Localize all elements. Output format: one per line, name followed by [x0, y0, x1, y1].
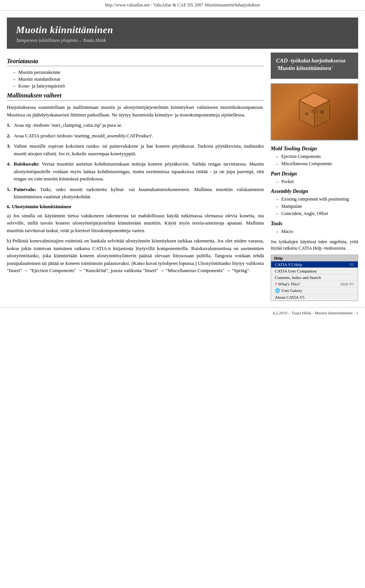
- tools-list: Macro: [271, 228, 358, 235]
- footer-text: 4.2.2010 – Tuula Höök - Muotin kiinnittä…: [273, 311, 358, 315]
- help-menu: Help CATIA V5 Help F1 CATIA User Compani…: [271, 255, 358, 301]
- step-num: 5.: [7, 186, 14, 201]
- teoria-list: Muotin perusrakenne Muotin standardiosat…: [7, 69, 264, 89]
- step-5: 5. Painevalu: Tutki, onko muotti tarkoit…: [7, 186, 264, 201]
- list-item: Ejection Components: [276, 153, 358, 160]
- list-item: Existing component with positioning: [276, 196, 358, 202]
- step-num: 2.: [7, 132, 14, 140]
- cad-box-title: CAD -työkalut harjoituksessa 'Muotin kii…: [276, 57, 353, 72]
- help-item-shortcut: Shift+F1: [340, 282, 354, 286]
- help-menu-item-user-galaxy[interactable]: 🌐User Galaxy: [271, 287, 358, 294]
- part-design-list: Pocket: [271, 178, 358, 185]
- svg-point-7: [320, 110, 324, 114]
- tools-heading: Tools: [271, 221, 358, 227]
- list-item: Miscellaneous Components: [276, 161, 358, 167]
- step-content: Painevalu: Tutki, onko muotti tarkoitett…: [14, 186, 264, 201]
- list-item: Macro: [276, 228, 358, 235]
- step-num: 4.: [7, 160, 14, 183]
- step-1: 1. Avaa zip -tiedosto 'start_clamping_ca…: [7, 121, 264, 129]
- help-menu-item-catia-v5[interactable]: CATIA V5 Help F1: [271, 261, 358, 268]
- whats-this-icon: ?: [275, 282, 277, 286]
- subtitle: Tampereen teknillinen yliopisto – Tuula …: [16, 37, 349, 43]
- step-bold: Ruiskuvalu:: [14, 161, 40, 167]
- page-title: Muotin kiinnittäminen: [16, 24, 349, 36]
- step-content: Avaa CATIA product tiedosto 'starting_mo…: [14, 132, 153, 140]
- list-item: Pocket: [276, 178, 358, 185]
- mallinnus-heading: Mallinnuksen vaiheet: [7, 92, 264, 100]
- help-item-shortcut: F1: [350, 263, 354, 267]
- step-num: 3.: [7, 142, 14, 157]
- help-item-label: ?What's This?: [275, 282, 300, 286]
- main-content: Teoriatausta Muotin perusrakenne Muotin …: [0, 53, 365, 301]
- step-bold: Painevalu:: [14, 186, 36, 192]
- step-4: 4. Ruiskuvalu: Vertaa muottiin asetetun …: [7, 160, 264, 183]
- svg-rect-9: [311, 110, 317, 113]
- help-item-label: About CATIA V5: [275, 295, 305, 300]
- step-2: 2. Avaa CATIA product tiedosto 'starting…: [7, 132, 264, 140]
- assembly-design-list: Existing component with positioning Mani…: [271, 196, 358, 217]
- model-image: [271, 83, 358, 140]
- section6b-para: b) Pelkistä konevalmistajien esitteistä …: [7, 237, 264, 274]
- part-design-heading: Part Design: [271, 171, 358, 177]
- list-item: Muotin standardiosat: [13, 76, 264, 82]
- cad-box: CAD -työkalut harjoituksessa 'Muotin kii…: [271, 53, 358, 79]
- list-item: Muotin perusrakenne: [13, 69, 264, 75]
- left-column: Teoriatausta Muotin perusrakenne Muotin …: [7, 53, 264, 301]
- help-menu-item-user-companion[interactable]: CATIA User Companion: [271, 268, 358, 274]
- list-item: Manipulate: [276, 203, 358, 210]
- step-content: Ruiskuvalu: Vertaa muottiin asetetun koh…: [14, 160, 264, 183]
- step-text: Tutki, onko muotti tarkoitettu kylmä- va…: [14, 186, 264, 200]
- top-bar: http://www.valuatlas.net - ValuAtlas & C…: [0, 0, 365, 11]
- step-text: Vertaa muottiin asetetun kohdistusrenkaa…: [14, 161, 264, 182]
- svg-point-8: [305, 112, 308, 115]
- help-item-label: 🌐User Galaxy: [275, 288, 302, 293]
- list-item: Kone- ja laiteympäristö: [13, 83, 264, 89]
- help-menu-title: Help: [271, 255, 358, 261]
- help-item-label: Contents, Index and Search: [275, 275, 321, 280]
- section6-heading: 6. Ulostyönnön kiinnittäminen: [7, 204, 264, 210]
- mallinnus-intro: Harjoituksessa suunnitellaan ja mallinne…: [7, 104, 264, 118]
- mold-tooling-list: Ejection Components Miscellaneous Compon…: [271, 153, 358, 167]
- step-content: Avaa zip -tiedosto 'start_clamping_catia…: [14, 121, 122, 129]
- help-menu-item-contents[interactable]: Contents, Index and Search: [271, 274, 358, 281]
- model-3d-svg: [292, 89, 337, 135]
- page-footer: 4.2.2010 – Tuula Höök - Muotin kiinnittä…: [0, 307, 365, 318]
- step-num: 1.: [7, 121, 14, 129]
- help-item-label: CATIA V5 Help: [275, 262, 302, 267]
- help-item-label: CATIA User Companion: [275, 269, 316, 273]
- mold-tooling-heading: Mold Tooling Design: [271, 146, 358, 152]
- section6a-para: a) Jos sinulla on käytännön tietoa valuk…: [7, 212, 264, 234]
- header-url: http://www.valuatlas.net - ValuAtlas & C…: [105, 2, 260, 8]
- help-menu-item-whats-this[interactable]: ?What's This? Shift+F1: [271, 281, 358, 287]
- title-banner: Muotin kiinnittäminen Tampereen teknilli…: [7, 18, 358, 49]
- help-menu-item-about[interactable]: About CATIA V5: [271, 294, 358, 301]
- right-column: CAD -työkalut harjoituksessa 'Muotin kii…: [271, 53, 358, 301]
- help-text: Jos työkalujen käytössä tulee ongelmia, …: [271, 239, 358, 252]
- step-content: Valitse muotille sopivan kokoinen ruisku…: [14, 142, 264, 157]
- assembly-design-heading: Assembly Design: [271, 188, 358, 194]
- teoria-heading: Teoriatausta: [7, 58, 264, 66]
- globe-icon: 🌐: [275, 288, 280, 293]
- step-3: 3. Valitse muotille sopivan kokoinen rui…: [7, 142, 264, 157]
- list-item: Coincident, Angle, Offset: [276, 210, 358, 217]
